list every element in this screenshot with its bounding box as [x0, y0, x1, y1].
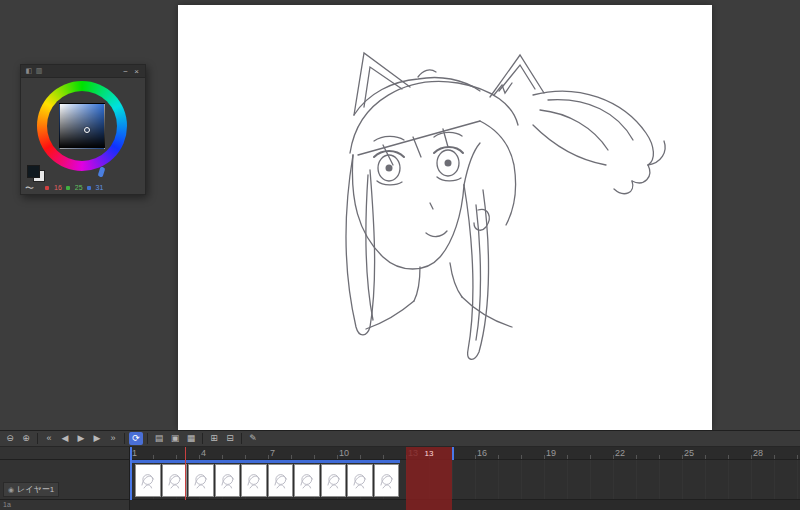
track2-label: 1a [3, 501, 11, 508]
saturation-value-square[interactable] [59, 103, 105, 149]
cel-thumbnail[interactable] [374, 464, 400, 497]
animation-track: ◉ レイヤー1 [0, 460, 800, 500]
cel-thumbnail[interactable] [347, 464, 373, 497]
cel-thumbnail[interactable] [215, 464, 241, 497]
color-panel-titlebar: ◧ ▥ − × [21, 65, 145, 78]
cel-strip [135, 464, 399, 497]
frame-number: 25 [682, 447, 751, 459]
track-frames-area[interactable] [130, 460, 800, 499]
onion-skin-button[interactable]: ▤ [152, 432, 166, 445]
frame-number: 16 [475, 447, 544, 459]
hue-marker[interactable] [98, 166, 106, 177]
visibility-eye-icon[interactable]: ◉ [8, 486, 14, 494]
layer-item[interactable]: ◉ レイヤー1 [3, 482, 59, 497]
clip-duration-bar[interactable] [130, 460, 400, 463]
character-sketch [178, 5, 712, 430]
frame-number: 19 [544, 447, 613, 459]
frame-number: 7 [268, 447, 337, 459]
layer-name: レイヤー1 [17, 484, 54, 495]
color-wheel-panel: ◧ ▥ − × 〜 16 25 31 [20, 64, 146, 195]
cel-thumbnail[interactable] [135, 464, 161, 497]
toolbar-separator [241, 433, 242, 444]
prev-frame-button[interactable]: ◀ [58, 432, 72, 445]
rgb-readout: 16 25 31 [45, 184, 103, 191]
frame-number: 4 [199, 447, 268, 459]
toolbar-separator [147, 433, 148, 444]
zoom-in-button[interactable]: ⊕ [19, 432, 33, 445]
secondary-track: 1a [0, 500, 800, 510]
cel-thumbnail[interactable] [321, 464, 347, 497]
timeline-toolbar: ⊖⊕«◀▶▶»⟳▤▣▦⊞⊟✎ [0, 431, 800, 447]
blue-value: 31 [96, 184, 104, 191]
drawing-canvas[interactable] [178, 5, 712, 430]
track2-header[interactable]: 1a [0, 500, 130, 510]
panel-tab-icon[interactable]: ◧ [24, 67, 34, 75]
minimize-icon[interactable]: − [120, 67, 131, 76]
toolbar-separator [124, 433, 125, 444]
frame-number: 10 [337, 447, 406, 459]
next-frame-button[interactable]: ▶ [90, 432, 104, 445]
last-frame-button[interactable]: » [106, 432, 120, 445]
frame-number: 28 [751, 447, 800, 459]
red-dot-icon [45, 186, 49, 190]
toolbar-separator [37, 433, 38, 444]
app-window: ◧ ▥ − × 〜 16 25 31 ⊖⊕«◀▶▶»⟳▤▣▦⊞⊟✎ [0, 0, 800, 510]
frame-ruler[interactable]: 14710131619222528 [0, 447, 800, 460]
timeline-panel: ⊖⊕«◀▶▶»⟳▤▣▦⊞⊟✎ 14710131619222528 ◉ レイヤー1… [0, 430, 800, 510]
red-value: 16 [54, 184, 62, 191]
cel-thumbnail[interactable] [268, 464, 294, 497]
green-value: 25 [75, 184, 83, 191]
frame-number: 22 [613, 447, 682, 459]
cel-thumbnail[interactable] [294, 464, 320, 497]
toolbar-separator [202, 433, 203, 444]
loop-playback-button[interactable]: ⟳ [129, 432, 143, 445]
main-color-swatch[interactable] [27, 165, 40, 178]
edit-timeline-button[interactable]: ✎ [246, 432, 260, 445]
zoom-out-button[interactable]: ⊖ [3, 432, 17, 445]
frame-ruler-numbers[interactable]: 14710131619222528 [130, 447, 800, 459]
cel-thumbnail[interactable] [241, 464, 267, 497]
light-table-button[interactable]: ▦ [184, 432, 198, 445]
color-mixer-icon[interactable]: 〜 [25, 183, 34, 193]
blue-dot-icon [87, 186, 91, 190]
frame-number: 1 [130, 447, 199, 459]
ruler-header [0, 447, 130, 459]
enable-cel-button[interactable]: ▣ [168, 432, 182, 445]
frame-number: 13 [406, 447, 475, 459]
close-icon[interactable]: × [131, 67, 142, 76]
play-button[interactable]: ▶ [74, 432, 88, 445]
cel-thumbnail[interactable] [162, 464, 188, 497]
delete-cel-button[interactable]: ⊟ [223, 432, 237, 445]
color-panel-footer: 〜 16 25 31 [25, 181, 142, 194]
green-dot-icon [66, 186, 70, 190]
track-header[interactable]: ◉ レイヤー1 [0, 460, 130, 499]
first-frame-button[interactable]: « [42, 432, 56, 445]
new-cel-button[interactable]: ⊞ [207, 432, 221, 445]
panel-menu-icon[interactable]: ▥ [34, 67, 44, 75]
cel-thumbnail[interactable] [188, 464, 214, 497]
color-cursor[interactable] [84, 127, 90, 133]
